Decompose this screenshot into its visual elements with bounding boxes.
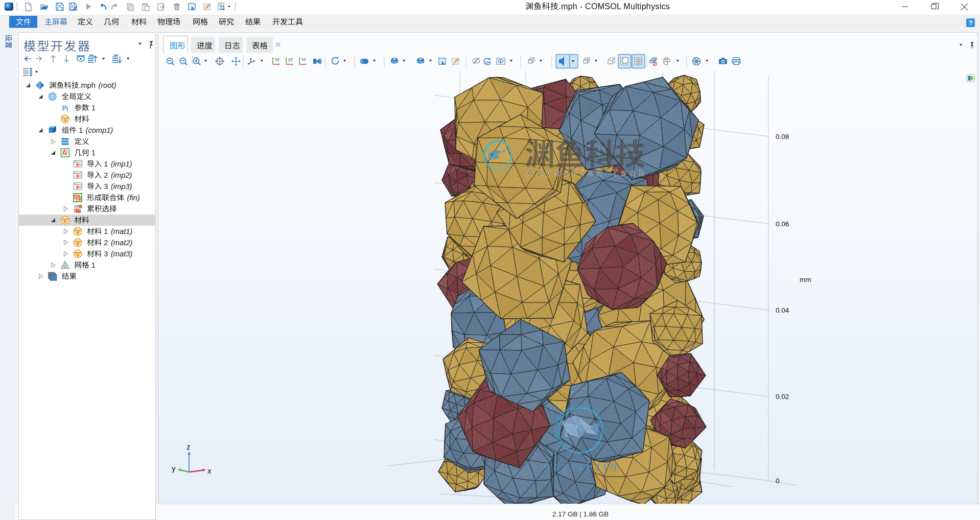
svg-text:.mph - COMSOL Multiphysics: .mph - COMSOL Multiphysics bbox=[558, 2, 670, 11]
svg-text:(mat3): (mat3) bbox=[111, 250, 132, 258]
svg-text:(imp1): (imp1) bbox=[111, 160, 132, 168]
svg-text:xy: xy bbox=[275, 57, 280, 62]
svg-text:i: i bbox=[66, 106, 68, 112]
svg-text:0: 0 bbox=[776, 477, 780, 485]
svg-text:.mph: .mph bbox=[79, 81, 95, 89]
svg-text:z: z bbox=[186, 442, 191, 451]
svg-text:2: 2 bbox=[102, 171, 108, 179]
svg-text:AbyssFish Tech: AbyssFish Tech bbox=[527, 168, 648, 178]
svg-text:y: y bbox=[172, 464, 176, 472]
svg-text:(mat1): (mat1) bbox=[111, 227, 132, 235]
svg-text:3: 3 bbox=[102, 182, 108, 191]
svg-text:?: ? bbox=[969, 19, 973, 27]
svg-text:0.06: 0.06 bbox=[776, 220, 789, 228]
svg-text:(mat2): (mat2) bbox=[111, 239, 132, 247]
svg-text:2: 2 bbox=[102, 239, 108, 247]
svg-text:1: 1 bbox=[77, 126, 83, 134]
svg-text:1: 1 bbox=[102, 227, 108, 235]
svg-text:2.17 GB | 1.86 GB: 2.17 GB | 1.86 GB bbox=[552, 510, 609, 518]
svg-text:1: 1 bbox=[102, 160, 108, 168]
svg-text:mm: mm bbox=[800, 276, 811, 283]
svg-text:xz: xz bbox=[301, 57, 307, 62]
svg-text:(fin): (fin) bbox=[127, 194, 140, 202]
svg-text:1: 1 bbox=[89, 261, 96, 269]
svg-text:1: 1 bbox=[89, 104, 96, 112]
svg-text:(imp3): (imp3) bbox=[111, 182, 132, 191]
svg-text:0.02: 0.02 bbox=[776, 393, 789, 400]
svg-text:0.04: 0.04 bbox=[776, 306, 789, 314]
svg-text:(imp2): (imp2) bbox=[111, 171, 132, 179]
svg-text:x: x bbox=[207, 466, 212, 475]
svg-text:yz: yz bbox=[288, 57, 293, 62]
svg-text:1: 1 bbox=[89, 149, 96, 157]
svg-text:3: 3 bbox=[102, 250, 108, 258]
svg-text:(comp1): (comp1) bbox=[86, 126, 113, 134]
svg-text:0.08: 0.08 bbox=[776, 133, 789, 140]
svg-text:(root): (root) bbox=[98, 81, 116, 89]
svg-text:AbyssFish: AbyssFish bbox=[542, 459, 619, 474]
